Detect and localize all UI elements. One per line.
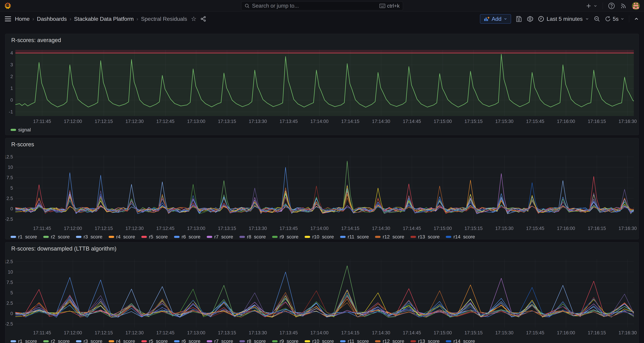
x-tick-label: 17:12:00 (64, 226, 82, 231)
legend-item-r8_score[interactable]: r8_score (240, 234, 266, 239)
legend-item-r2_score[interactable]: r2_score (43, 234, 70, 239)
breadcrumb-dashboards[interactable]: Dashboards (37, 16, 67, 22)
legend-label: r7_score (214, 338, 233, 343)
x-tick-label: 17:12:00 (64, 119, 82, 124)
legend-item-r12_score[interactable]: r12_score (375, 234, 404, 239)
x-tick-label: 17:13:15 (218, 226, 236, 231)
search-input[interactable] (252, 3, 379, 9)
legend-item-r7_score[interactable]: r7_score (207, 338, 233, 343)
user-avatar[interactable] (632, 2, 640, 10)
legend-item-r13_score[interactable]: r13_score (410, 234, 440, 239)
legend-item-r3_score[interactable]: r3_score (76, 338, 102, 343)
legend-label: r5_score (149, 234, 168, 239)
x-tick-label: 17:16:15 (588, 226, 606, 231)
legend-label: r13_score (418, 338, 440, 343)
panel-title[interactable]: R-scores (11, 141, 34, 148)
legend-swatch (240, 236, 245, 238)
legend-label: r4_score (116, 234, 135, 239)
legend-item-r1_score[interactable]: r1_score (10, 234, 37, 239)
x-tick-label: 17:11:45 (33, 330, 51, 335)
legend-item-r2_score[interactable]: r2_score (43, 338, 70, 343)
x-tick-label: 17:13:45 (280, 330, 298, 335)
save-dashboard-button[interactable] (516, 16, 522, 22)
x-tick-label: 17:12:30 (126, 330, 144, 335)
legend-item-r11_score[interactable]: r11_score (340, 234, 369, 239)
legend-item-r10_score[interactable]: r10_score (304, 234, 334, 239)
y-tick-label: 2.5 (6, 300, 13, 306)
legend-item-signal[interactable]: signal (10, 127, 31, 133)
news-button[interactable] (620, 3, 627, 9)
keyboard-icon (379, 4, 385, 8)
legend-item-r6_score[interactable]: r6_score (174, 234, 200, 239)
menu-toggle[interactable] (5, 17, 11, 21)
y-tick-label: -1 (9, 109, 13, 114)
rscores-plot[interactable]: 12.5107.552.50-2.517:11:4517:12:0017:12:… (5, 155, 639, 232)
rscores-chart[interactable]: 12.5107.552.50-2.517:11:4517:12:0017:12:… (5, 155, 639, 233)
legend-swatch (272, 340, 278, 342)
rscores-averaged-chart[interactable]: 43210-117:11:4517:12:0017:12:1517:12:301… (5, 50, 639, 126)
grafana-logo[interactable] (4, 2, 12, 10)
new-button[interactable] (586, 3, 598, 9)
legend-item-r3_score[interactable]: r3_score (76, 234, 102, 239)
zoom-out-time-button[interactable] (594, 16, 600, 22)
legend-item-r10_score[interactable]: r10_score (304, 338, 334, 343)
panel-rscores: R-scores 12.5107.552.50-2.517:11:4517:12… (5, 138, 639, 239)
y-tick-label: 4 (10, 50, 13, 56)
legend-label: r7_score (214, 234, 233, 239)
breadcrumb-separator: › (70, 16, 71, 22)
legend-swatch (76, 236, 82, 238)
legend-label: r14_score (454, 234, 475, 239)
averaged-plot[interactable]: 43210-117:11:4517:12:0017:12:1517:12:301… (5, 50, 639, 125)
chevron-down-icon (504, 17, 507, 21)
x-tick-label: 17:13:15 (218, 119, 236, 124)
legend-item-r11_score[interactable]: r11_score (340, 338, 369, 343)
x-tick-label: 17:16:30 (618, 226, 637, 231)
breadcrumb-home[interactable]: Home (15, 16, 30, 22)
share-icon[interactable] (200, 16, 206, 22)
legend-swatch (10, 236, 16, 238)
legend-item-r4_score[interactable]: r4_score (109, 234, 135, 239)
legend-item-r1_score[interactable]: r1_score (10, 338, 37, 343)
add-panel-button[interactable]: Add (480, 14, 511, 24)
favorite-star-icon[interactable]: ☆ (191, 15, 196, 23)
legend-item-r12_score[interactable]: r12_score (375, 338, 404, 343)
legend-item-r7_score[interactable]: r7_score (207, 234, 233, 239)
time-range-picker[interactable]: Last 5 minutes (538, 16, 589, 22)
breadcrumb-folder[interactable]: Stackable Data Platform (74, 16, 134, 22)
panel-title[interactable]: R-scores: averaged (11, 37, 61, 44)
legend-item-r9_score[interactable]: r9_score (272, 234, 298, 239)
top-nav-bar: ctrl+k (0, 0, 644, 12)
chevron-down-icon (620, 17, 624, 21)
dashboard-settings-button[interactable] (526, 16, 534, 22)
series-line-r2_score (16, 161, 636, 213)
legend-item-r4_score[interactable]: r4_score (109, 338, 135, 343)
x-tick-label: 17:12:30 (126, 226, 144, 231)
global-search[interactable]: ctrl+k (241, 2, 403, 11)
legend-item-r13_score[interactable]: r13_score (410, 338, 440, 343)
legend-label: signal (18, 127, 31, 133)
x-tick-label: 17:13:00 (187, 330, 205, 335)
x-tick-label: 17:16:30 (618, 119, 637, 124)
collapse-toolbar-button[interactable] (634, 16, 639, 22)
legend-item-r14_score[interactable]: r14_score (446, 338, 475, 343)
x-tick-label: 17:14:30 (372, 330, 390, 335)
legend-item-r14_score[interactable]: r14_score (446, 234, 475, 239)
rscores-downsampled-chart[interactable]: 12.5107.552.50-2.517:11:4517:12:0017:12:… (5, 259, 639, 337)
legend-swatch (207, 236, 212, 238)
dashboard-grid: R-scores: averaged 43210-117:11:4517:12:… (0, 26, 644, 343)
legend-item-r8_score[interactable]: r8_score (240, 338, 266, 343)
panel-title[interactable]: R-scores: downsampled (LTTB algorithm) (11, 245, 116, 252)
refresh-controls[interactable]: 5s (605, 16, 624, 22)
legend-swatch (272, 236, 278, 238)
x-tick-label: 17:14:15 (341, 226, 359, 231)
x-tick-label: 17:13:00 (187, 226, 205, 231)
legend-swatch (10, 340, 16, 342)
lttb-plot[interactable]: 12.5107.552.50-2.517:11:4517:12:0017:12:… (5, 259, 639, 336)
legend-item-r9_score[interactable]: r9_score (272, 338, 298, 343)
legend-item-r6_score[interactable]: r6_score (174, 338, 200, 343)
x-tick-label: 17:15:00 (434, 119, 452, 124)
help-button[interactable] (608, 3, 615, 9)
legend-item-r5_score[interactable]: r5_score (141, 234, 168, 239)
add-panel-icon (484, 16, 490, 22)
legend-item-r5_score[interactable]: r5_score (141, 338, 168, 343)
